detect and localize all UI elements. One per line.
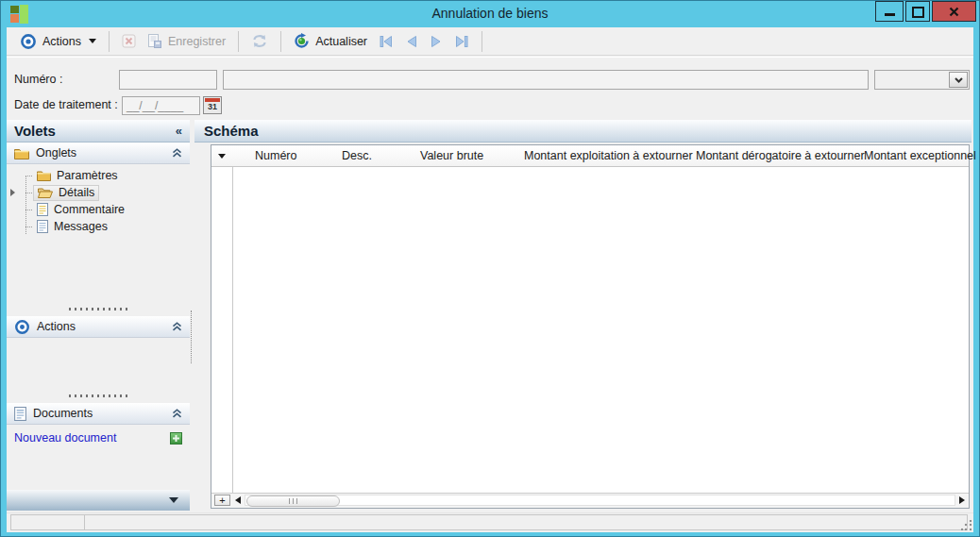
tree-item-label: Messages xyxy=(54,220,108,233)
expand-arrow-icon[interactable] xyxy=(10,189,15,196)
scrollbar-track[interactable] xyxy=(245,495,955,506)
tree-item-parametres[interactable]: Paramètres xyxy=(7,167,190,184)
volets-title: Volets xyxy=(14,123,56,139)
numero-label: Numéro : xyxy=(14,73,62,86)
close-icon xyxy=(949,7,959,17)
close-button[interactable] xyxy=(932,1,976,22)
sync-button[interactable] xyxy=(245,32,274,50)
numero-input[interactable] xyxy=(119,70,217,90)
minimize-icon xyxy=(885,13,895,16)
filter-dropdown-icon xyxy=(218,154,226,159)
numero-description-input[interactable] xyxy=(223,70,869,90)
status-combobox[interactable] xyxy=(874,70,970,90)
column-header-numero[interactable]: Numéro xyxy=(255,149,296,162)
group-header-onglets[interactable]: Onglets xyxy=(7,143,190,164)
refresh-button[interactable]: Actualiser xyxy=(288,31,373,51)
last-record-icon xyxy=(454,35,469,48)
calendar-day-label: 31 xyxy=(204,102,221,111)
folder-icon xyxy=(14,147,29,159)
save-icon xyxy=(147,34,162,48)
column-header-montant-exceptionnel[interactable]: Montant exceptionnel xyxy=(864,149,976,162)
combo-dropdown-button[interactable] xyxy=(949,72,968,88)
refresh-icon xyxy=(294,33,310,49)
app-window: Annulation de biens Actions xyxy=(0,0,980,537)
header-form: Numéro : Date de traitement : __/__/____… xyxy=(7,57,973,121)
first-record-icon xyxy=(379,35,394,48)
scroll-left-arrow[interactable] xyxy=(235,496,241,504)
scrollbar-thumb[interactable] xyxy=(246,495,340,507)
first-record-button[interactable] xyxy=(373,33,399,50)
folder-icon xyxy=(37,170,51,181)
status-cell-left xyxy=(10,514,85,530)
tree-item-details[interactable]: Détails xyxy=(7,184,190,201)
add-document-button[interactable] xyxy=(170,432,182,445)
sidebar-volets: Volets « Onglets xyxy=(7,120,190,511)
dropdown-caret-icon xyxy=(89,39,96,43)
tree-item-commentaire[interactable]: Commentaire xyxy=(7,201,190,218)
chevron-double-up-icon xyxy=(172,409,182,418)
column-header-montant-exploitation[interactable]: Montant exploitation à extourner xyxy=(524,149,693,162)
grid-options-button[interactable] xyxy=(211,145,232,166)
schema-panel: Schéma Numéro Desc. Valeur brute Montant… xyxy=(194,120,972,511)
column-header-desc[interactable]: Desc. xyxy=(342,149,372,162)
previous-record-button[interactable] xyxy=(399,33,424,50)
toolbar-separator xyxy=(109,31,110,52)
next-record-button[interactable] xyxy=(424,33,448,50)
row-selector-column xyxy=(211,145,233,494)
minimize-button[interactable] xyxy=(875,1,904,22)
date-traitement-label: Date de traitement : xyxy=(14,98,118,111)
sidebar-splitter[interactable] xyxy=(7,305,190,312)
group-header-documents[interactable]: Documents xyxy=(7,403,190,425)
date-placeholder: __/__/____ xyxy=(123,97,199,115)
new-document-link[interactable]: Nouveau document xyxy=(14,431,116,445)
status-cell-right xyxy=(84,514,968,530)
save-button[interactable]: Enregistrer xyxy=(142,32,231,50)
resize-grip[interactable] xyxy=(961,520,972,531)
scrollbar-grip-icon xyxy=(289,498,297,504)
next-record-icon xyxy=(430,35,443,48)
onglets-tree: Paramètres Détails xyxy=(7,167,190,235)
calendar-picker-button[interactable]: 31 xyxy=(203,96,222,114)
actions-group-label: Actions xyxy=(37,320,76,333)
grid-header-row: Numéro Desc. Valeur brute Montant exploi… xyxy=(211,145,969,167)
schema-title: Schéma xyxy=(204,123,259,139)
last-record-button[interactable] xyxy=(448,33,475,50)
add-row-button[interactable]: + xyxy=(214,495,230,506)
actions-button[interactable]: Actions xyxy=(14,31,102,52)
tree-item-messages[interactable]: Messages xyxy=(7,218,190,235)
date-input[interactable]: __/__/____ xyxy=(122,96,200,115)
new-document-row: Nouveau document xyxy=(7,429,190,446)
schema-header: Schéma xyxy=(194,120,972,143)
actions-label: Actions xyxy=(42,35,81,48)
vertical-splitter[interactable] xyxy=(191,310,192,363)
volets-header: Volets « xyxy=(7,120,190,143)
group-header-actions[interactable]: Actions xyxy=(7,316,190,338)
actions-target-icon xyxy=(14,319,30,335)
chevron-double-up-icon xyxy=(172,148,182,158)
grid-horizontal-scrollbar: + xyxy=(211,493,969,508)
chevron-down-icon xyxy=(169,497,178,503)
sidebar-collapse-bar[interactable] xyxy=(7,490,190,511)
column-header-valeur-brute[interactable]: Valeur brute xyxy=(420,149,483,162)
maximize-button[interactable] xyxy=(905,1,930,22)
tree-item-label: Paramètres xyxy=(57,169,118,182)
onglets-label: Onglets xyxy=(36,146,76,159)
titlebar[interactable]: Annulation de biens xyxy=(1,1,979,27)
save-label: Enregistrer xyxy=(168,35,226,48)
actions-target-icon xyxy=(20,33,37,50)
scroll-right-arrow[interactable] xyxy=(959,496,965,504)
plus-icon xyxy=(172,434,180,443)
toolbar-separator xyxy=(482,31,482,52)
toolbar: Actions Enregistrer xyxy=(7,27,973,56)
tree-item-label: Commentaire xyxy=(54,203,125,216)
tree-item-label: Détails xyxy=(59,186,94,199)
delete-icon xyxy=(122,34,136,48)
sidebar-splitter[interactable] xyxy=(7,392,190,399)
refresh-label: Actualiser xyxy=(315,35,367,48)
document-icon xyxy=(14,407,26,421)
column-header-montant-derogatoire[interactable]: Montant dérogatoire à extourner xyxy=(696,149,865,162)
chevron-down-icon xyxy=(955,77,963,83)
delete-button[interactable] xyxy=(116,32,142,50)
collapse-sidebar-button[interactable]: « xyxy=(176,124,182,138)
status-bar xyxy=(7,512,973,532)
